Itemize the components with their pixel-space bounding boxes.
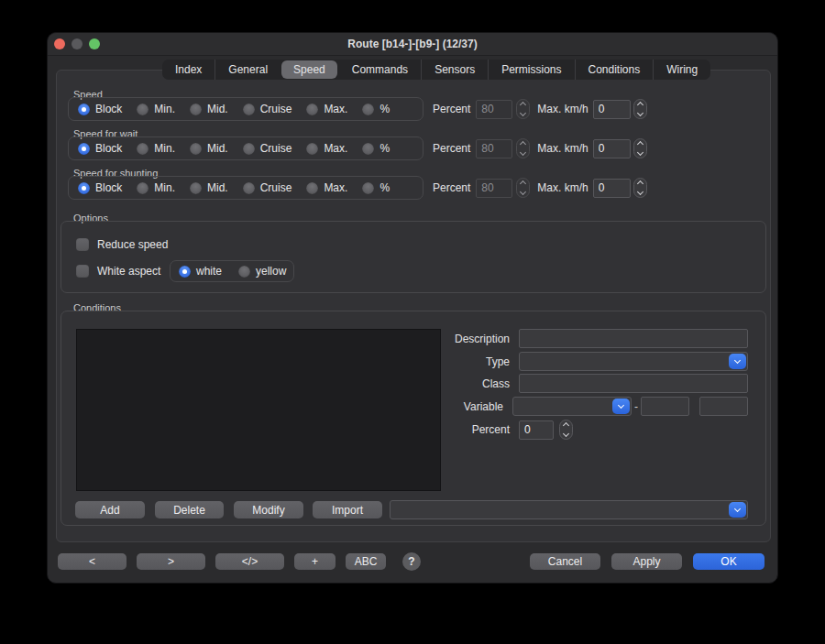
percent-input[interactable] [476,139,512,158]
next-button[interactable]: > [137,553,205,570]
variable-row: Variable - [410,397,748,416]
ok-button[interactable]: OK [693,553,764,570]
radio-max[interactable]: Max. [306,142,347,155]
variable-from-input[interactable] [641,397,689,416]
radio-percent[interactable]: % [362,103,390,115]
help-button[interactable]: ? [402,552,421,571]
condition-percent-stepper[interactable] [559,420,573,440]
tab-index[interactable]: Index [162,60,214,80]
radio-block[interactable]: Block [78,142,122,155]
reduce-speed-checkbox[interactable] [76,238,89,251]
white-aspect-row: White aspect [76,265,160,278]
condition-percent-input[interactable] [519,420,554,440]
stepper-down-icon [637,189,644,195]
radio-max[interactable]: Max. [306,103,347,115]
add-button[interactable]: Add [75,501,145,518]
speed-shunting-row: Block Min. Mid. Cruise Max. % Percent Ma… [68,176,647,200]
max-kmh-label: Max. km/h [537,103,588,115]
chevron-down-icon[interactable] [729,502,746,518]
radio-max[interactable]: Max. [306,181,347,194]
tab-conditions[interactable]: Conditions [575,60,654,80]
title-bar: Route [b14-]-[b9-] (12/37) [48,33,777,56]
radio-dot-icon [78,182,90,194]
chevron-down-icon[interactable] [612,398,630,414]
radio-yellow[interactable]: yellow [238,265,286,278]
white-aspect-label: White aspect [97,265,160,278]
tab-sensors[interactable]: Sensors [421,60,488,80]
zoom-window-icon[interactable] [89,38,100,49]
max-kmh-input[interactable] [593,139,631,158]
speed-wait-radio-group: Block Min. Mid. Cruise Max. % [68,136,424,160]
radio-dot-icon [243,182,255,194]
max-kmh-stepper[interactable] [633,178,647,198]
type-dropdown[interactable] [519,352,748,371]
percent-stepper[interactable] [516,99,530,119]
radio-mid[interactable]: Mid. [190,181,228,194]
delete-button[interactable]: Delete [155,501,224,518]
radio-mid[interactable]: Mid. [190,142,228,155]
description-input[interactable] [519,329,748,348]
radio-white[interactable]: white [179,265,222,278]
tab-permissions[interactable]: Permissions [488,60,574,80]
radio-cruise[interactable]: Cruise [243,181,292,194]
abc-button[interactable]: ABC [346,553,386,570]
max-kmh-stepper[interactable] [633,99,647,119]
conditions-buttons-row: Add Delete Modify Import [75,500,748,519]
variable-to-input[interactable] [699,397,748,416]
radio-mid[interactable]: Mid. [190,103,228,115]
radio-dot-icon [362,143,374,155]
radio-dot-icon [306,182,318,194]
radio-cruise[interactable]: Cruise [243,103,292,115]
minimize-window-icon[interactable] [72,38,82,49]
speed-tab-page: Speed Block Min. Mid. Cruise Max. % Perc… [56,70,771,542]
radio-dot-icon [137,104,148,115]
conditions-group-box: Description Type Class Variable - [60,311,766,526]
stepper-up-icon [637,102,644,108]
percent-stepper[interactable] [516,138,530,158]
tab-wiring[interactable]: Wiring [653,60,710,80]
tab-speed[interactable]: Speed [281,60,337,79]
percent-input[interactable] [476,100,512,119]
tab-bar: Index General Speed Commands Sensors Per… [162,60,710,80]
aspect-radio-group: white yellow [170,260,294,282]
radio-block[interactable]: Block [78,103,122,115]
radio-percent[interactable]: % [362,142,390,155]
class-input[interactable] [519,374,748,393]
close-window-icon[interactable] [54,38,65,49]
prev-button[interactable]: < [58,553,126,570]
percent-stepper[interactable] [516,178,530,198]
stepper-down-icon [520,110,526,116]
radio-percent[interactable]: % [362,181,390,194]
radio-dot-icon [306,143,318,155]
chevron-down-icon[interactable] [729,354,746,369]
white-aspect-checkbox[interactable] [76,265,89,278]
condition-percent-row: Percent [410,420,748,440]
tab-commands[interactable]: Commands [338,60,421,80]
type-row: Type [410,352,748,371]
variable-label: Variable [410,400,503,413]
tab-general[interactable]: General [214,60,280,80]
speed-wait-row: Block Min. Mid. Cruise Max. % Percent Ma… [68,136,647,160]
cancel-button[interactable]: Cancel [530,553,600,570]
add-new-button[interactable]: + [294,553,336,570]
radio-min[interactable]: Min. [137,103,175,115]
stepper-up-icon [637,180,644,187]
max-kmh-stepper[interactable] [633,138,647,158]
radio-block[interactable]: Block [78,181,122,194]
import-button[interactable]: Import [313,501,382,518]
options-group-box: Reduce speed White aspect white yellow [60,221,766,293]
percent-input[interactable] [476,179,512,198]
max-kmh-input[interactable] [593,179,631,198]
xml-button[interactable]: </> [215,553,284,570]
speed-shunting-radio-group: Block Min. Mid. Cruise Max. % [68,176,424,200]
radio-min[interactable]: Min. [137,181,175,194]
modify-button[interactable]: Modify [234,501,303,518]
radio-min[interactable]: Min. [137,142,175,155]
conditions-preset-dropdown[interactable] [390,500,748,519]
max-kmh-input[interactable] [593,100,631,119]
class-row: Class [410,374,748,393]
radio-cruise[interactable]: Cruise [243,142,292,155]
conditions-list[interactable] [76,329,441,491]
apply-button[interactable]: Apply [611,553,682,570]
variable-dropdown[interactable] [512,397,632,416]
